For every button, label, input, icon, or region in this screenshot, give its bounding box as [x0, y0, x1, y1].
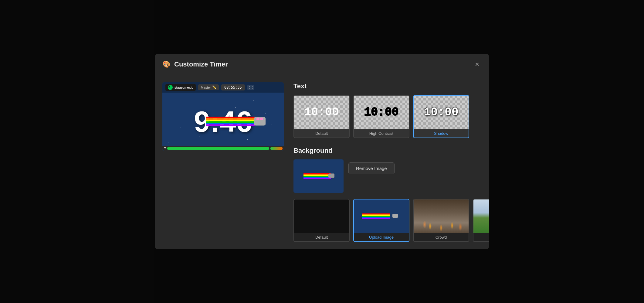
- text-option-label-high-contrast: High Contrast: [354, 129, 409, 138]
- bg-preview-grass: [473, 199, 489, 233]
- time-display: 08:55:35: [221, 84, 245, 90]
- bg-option-crowd[interactable]: Crowd: [413, 199, 469, 242]
- nyan-mini-cat: [328, 173, 334, 178]
- bg-preview-default: [294, 199, 349, 233]
- remove-image-button[interactable]: Remove Image: [348, 162, 395, 174]
- text-option-default[interactable]: 10:00 Default: [293, 95, 350, 138]
- timer-text-default: 10:00: [304, 106, 339, 119]
- customize-timer-modal: 🎨 Customize Timer × stagetimer.io: [155, 54, 489, 249]
- bg-option-upload[interactable]: Upload Image: [353, 199, 409, 242]
- bg-preview-upload: [354, 199, 409, 233]
- rainbow-mini-upload: [362, 213, 390, 219]
- bg-preview-upload-nyan: [354, 199, 409, 233]
- modal-body: stagetimer.io Master ✏️ 08:55:35 ⛶: [155, 75, 489, 249]
- logo-badge: stagetimer.io: [165, 84, 196, 91]
- timer-bottom-bar: [162, 146, 284, 151]
- modal-title: Customize Timer: [174, 60, 228, 68]
- bg-option-label-upload: Upload Image: [354, 233, 409, 241]
- crowd-image: [414, 199, 469, 233]
- nyan-mini-preview: [293, 159, 344, 193]
- preview-section: stagetimer.io Master ✏️ 08:55:35 ⛶: [162, 82, 284, 242]
- bg-option-label-grass: Grass: [473, 233, 489, 241]
- text-option-preview-high-contrast: 10:00: [354, 96, 409, 129]
- progress-bar-fill: [167, 147, 269, 150]
- logo-text: stagetimer.io: [175, 86, 193, 89]
- cat-mini-upload: [392, 214, 398, 218]
- bg-option-grass[interactable]: Grass: [473, 199, 489, 242]
- text-option-label-shadow: Shadow: [414, 129, 469, 138]
- bg-options: Default: [293, 199, 489, 242]
- close-button[interactable]: ×: [473, 59, 482, 70]
- timer-topbar: stagetimer.io Master ✏️ 08:55:35 ⛶: [162, 82, 284, 93]
- bg-option-label-default: Default: [294, 233, 349, 241]
- palette-icon: 🎨: [162, 60, 171, 68]
- modal-header: 🎨 Customize Timer ×: [155, 54, 489, 75]
- progress-bar-end: [270, 147, 283, 150]
- text-option-label-default: Default: [294, 129, 349, 138]
- logo-icon: [168, 85, 173, 90]
- text-option-shadow[interactable]: 10:00 Shadow: [413, 95, 469, 138]
- text-option-high-contrast[interactable]: 10:00 High Contrast: [353, 95, 409, 138]
- bg-preview-crowd: [414, 199, 469, 233]
- timer-text-shadow: 10:00: [424, 106, 458, 119]
- master-label: Master: [201, 86, 211, 89]
- timer-preview: stagetimer.io Master ✏️ 08:55:35 ⛶: [162, 82, 284, 151]
- cat-body: [254, 117, 266, 126]
- expand-badge: ⛶: [247, 85, 254, 90]
- text-section-title: Text: [293, 82, 489, 90]
- background-section-title: Background: [293, 147, 489, 155]
- modal-title-group: 🎨 Customize Timer: [162, 60, 228, 68]
- bg-option-default[interactable]: Default: [293, 199, 350, 242]
- edit-icon: ✏️: [212, 85, 216, 89]
- bg-preview-current: [293, 159, 344, 193]
- nyan-mini-rainbow: [303, 173, 331, 179]
- progress-marker: [164, 147, 165, 150]
- nyan-cat-group: [206, 117, 266, 126]
- grass-image: [473, 199, 489, 233]
- master-badge: Master ✏️: [198, 84, 219, 90]
- rainbow-tail: [206, 117, 255, 126]
- text-option-preview-default: 10:00: [294, 96, 349, 129]
- bg-option-label-crowd: Crowd: [414, 233, 469, 241]
- modal-overlay: 🎨 Customize Timer × stagetimer.io: [0, 0, 644, 303]
- timer-main-area: 9:46: [162, 93, 284, 151]
- text-option-preview-shadow: 10:00: [414, 96, 469, 129]
- controls-section: Text 10:00 Default 10:00 High: [293, 82, 489, 242]
- text-options: 10:00 Default 10:00 High Contrast: [293, 95, 489, 138]
- bg-current: Remove Image: [293, 159, 489, 193]
- timer-text-high-contrast: 10:00: [364, 106, 398, 119]
